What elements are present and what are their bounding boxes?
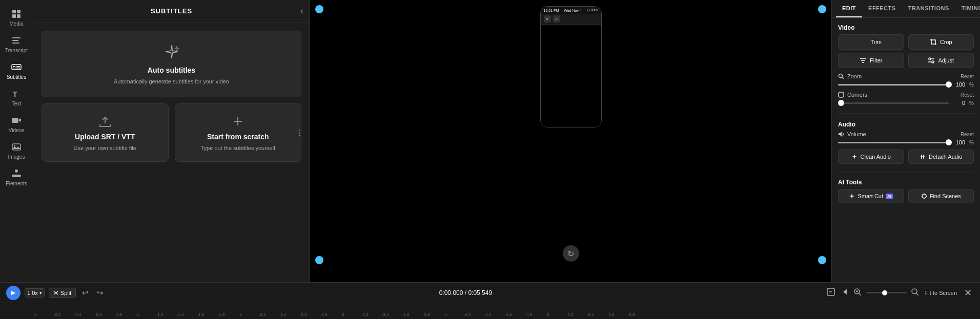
sidebar-item-videos[interactable]: Videos — [0, 111, 33, 137]
zoom-mini-in-button[interactable] — [852, 287, 863, 299]
timeline-tick: :2.6 — [300, 312, 320, 319]
volume-track[interactable] — [838, 142, 949, 143]
svg-point-25 — [912, 289, 917, 294]
refresh-button[interactable]: ↻ — [563, 245, 579, 262]
sidebar-item-elements[interactable]: Elements — [0, 164, 33, 190]
timeline-tick: :3.2 — [361, 312, 382, 319]
tab-timing[interactable]: TIMING — [955, 0, 980, 17]
zoom-slider-row: Zoom Reset 100 % — [838, 73, 974, 88]
timeline-tick: :3.4 — [382, 312, 402, 319]
phone-date: Wed Nov 4 — [564, 9, 582, 12]
skip-start-icon — [840, 288, 848, 296]
svg-rect-17 — [12, 175, 21, 177]
play-button[interactable]: ▶ — [6, 286, 21, 300]
timeline-tick: :2.4 — [279, 312, 300, 319]
split-button[interactable]: Split — [49, 288, 76, 298]
svg-text:T: T — [13, 90, 17, 98]
volume-thumb[interactable] — [946, 139, 952, 145]
corners-label: Corners — [838, 92, 867, 98]
tab-transitions[interactable]: TRANSITIONS — [902, 0, 955, 17]
skip-start-button[interactable] — [839, 287, 849, 299]
find-scenes-button[interactable]: Find Scenes — [908, 189, 974, 203]
svg-rect-4 — [12, 37, 21, 38]
svg-point-20 — [839, 74, 843, 78]
redo-button[interactable]: ↪ — [95, 287, 106, 299]
zoom-out-button[interactable] — [826, 287, 836, 299]
ai-tools-row: Smart Cut AI Find Scenes — [838, 189, 974, 203]
text-icon: T — [11, 88, 22, 99]
detach-audio-button[interactable]: Detach Audio — [908, 150, 974, 164]
audio-section: Audio Volume Reset — [838, 121, 974, 164]
crop-label: Crop — [940, 39, 952, 45]
audio-section-label: Audio — [838, 121, 974, 128]
scratch-title: Start from scratch — [207, 133, 269, 141]
undo-button[interactable]: ↩ — [80, 287, 91, 299]
zoom-reset-button[interactable]: Reset — [961, 74, 974, 79]
corners-reset-button[interactable]: Reset — [961, 92, 974, 98]
ai-tools-label: AI Tools — [838, 179, 974, 186]
timeline-tick: :3 — [341, 312, 361, 319]
filter-label: Filter — [870, 57, 882, 63]
volume-value: 100 — [953, 139, 965, 145]
elements-icon — [11, 168, 22, 179]
sidebar-item-text[interactable]: T Text — [0, 84, 33, 111]
speed-selector[interactable]: 1.0x ▾ — [25, 288, 45, 297]
timeline-tick: :5.2 — [566, 312, 587, 319]
svg-point-22 — [922, 194, 926, 198]
svg-rect-14 — [12, 144, 21, 150]
corner-handle-tr[interactable] — [818, 5, 826, 13]
corner-handle-tl[interactable] — [315, 5, 323, 13]
right-panel-content: Video Trim Crop — [832, 18, 980, 209]
timeline-zoom-slider[interactable] — [866, 292, 907, 293]
corner-handle-br[interactable] — [818, 256, 826, 264]
collapse-panel-button[interactable]: ‹ — [300, 6, 303, 16]
start-from-scratch-card[interactable]: Start from scratch Type out the subtitle… — [175, 103, 302, 162]
auto-subtitles-card[interactable]: Auto subtitles Automatically generate su… — [42, 31, 301, 97]
corner-handle-bl[interactable] — [315, 256, 323, 264]
speed-value: 1.0x — [27, 290, 38, 296]
bottom-toolbar: ▶ 1.0x ▾ Split ↩ ↪ 0:00.000 / 0:05.549 — [0, 282, 980, 303]
svg-point-18 — [929, 58, 931, 60]
more-options-button[interactable]: ⋮ — [295, 128, 303, 138]
filter-icon — [860, 57, 867, 64]
tab-effects[interactable]: EFFECTS — [862, 0, 902, 17]
detach-audio-icon — [920, 154, 926, 160]
sidebar-item-media[interactable]: Media — [0, 4, 33, 31]
timeline-zoom-thumb[interactable] — [882, 290, 887, 295]
smart-cut-button[interactable]: Smart Cut AI — [838, 189, 904, 203]
zoom-in-button[interactable] — [910, 287, 920, 299]
clean-audio-button[interactable]: Clean Audio — [838, 150, 904, 164]
corners-value-row: 0 % — [838, 100, 974, 106]
zoom-value-row: 100 % — [838, 81, 974, 88]
timeline-tick: :5.8 — [628, 312, 648, 319]
volume-reset-button[interactable]: Reset — [961, 132, 974, 137]
fit-to-screen-button[interactable]: Fit to Screen — [923, 289, 959, 297]
sidebar-item-subtitles[interactable]: Subtitles — [0, 57, 33, 84]
video-preview: 12:01 PM Wed Nov 4 ⊟ 83% ✕ ⤢ ↻ — [310, 0, 831, 282]
crop-button[interactable]: Crop — [908, 34, 974, 50]
audio-tools-row: Clean Audio Detach Audio — [838, 150, 974, 164]
corners-value: 0 — [953, 100, 965, 106]
svg-rect-7 — [12, 65, 21, 70]
video-section: Video Trim Crop — [838, 24, 974, 106]
corners-track[interactable] — [838, 102, 949, 104]
sidebar-item-images[interactable]: Images — [0, 137, 33, 164]
upload-srt-card[interactable]: Upload SRT / VTT Use your own subtitle f… — [42, 103, 169, 162]
phone-close-btn[interactable]: ✕ — [544, 15, 551, 23]
zoom-track[interactable] — [838, 84, 949, 86]
clean-audio-label: Clean Audio — [861, 154, 891, 160]
tab-edit[interactable]: EDIT — [836, 0, 862, 17]
trim-button[interactable]: Trim — [838, 34, 904, 50]
filter-button[interactable]: Filter — [838, 53, 904, 68]
close-timeline-button[interactable]: ✕ — [962, 286, 974, 300]
corners-thumb[interactable] — [838, 100, 844, 106]
timeline-tick: :1.8 — [218, 312, 238, 319]
zoom-label-row: Zoom Reset — [838, 73, 974, 79]
sidebar-item-transcript[interactable]: Transcript — [0, 31, 33, 57]
adjust-button[interactable]: Adjust — [908, 53, 974, 68]
timeline-tick: :1 — [136, 312, 156, 319]
phone-expand-btn[interactable]: ⤢ — [553, 15, 560, 23]
volume-unit: % — [969, 140, 974, 145]
zoom-thumb[interactable] — [946, 81, 952, 88]
timeline-tick: :2 — [238, 312, 259, 319]
